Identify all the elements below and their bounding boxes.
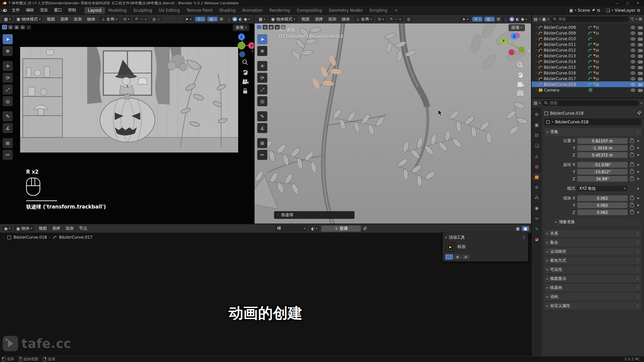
lock-icon[interactable] <box>243 88 248 94</box>
render-visibility-icon[interactable] <box>638 60 643 63</box>
properties-panel-header[interactable]: ▸ 关系 ⠿ <box>544 230 641 237</box>
copy-view-layer-icon[interactable]: ⧉ <box>637 8 640 12</box>
view-layer-selector[interactable]: ❏ ▾ ViewLayer ⧉ <box>604 7 642 13</box>
animate-dot-icon[interactable] <box>637 212 639 213</box>
animate-dot-icon[interactable] <box>637 171 639 173</box>
operator-panel[interactable]: › 轨迹球 <box>274 211 355 219</box>
viewport-menu-item[interactable]: 添加 <box>71 16 84 23</box>
quick-toggle-icon[interactable]: ▧ <box>281 25 286 29</box>
expand-icon[interactable]: › <box>536 49 537 52</box>
animate-dot-icon[interactable] <box>637 178 639 180</box>
render-visibility-icon[interactable] <box>638 88 643 92</box>
mode-selector[interactable]: ▣物体模式▾ <box>14 16 42 22</box>
workspace-tab[interactable]: Sculpting <box>130 7 155 14</box>
overlay-node-icon[interactable]: ▣ <box>522 226 529 231</box>
workspace-tab[interactable]: Scripting <box>366 7 390 14</box>
node-menu-item[interactable]: 视图 <box>36 225 50 232</box>
lock-icon[interactable] <box>630 211 634 214</box>
render-visibility-icon[interactable] <box>638 26 643 29</box>
BézierCurve.016[interactable]: › BézierCurve.016 ▼10 <box>532 70 644 76</box>
eye-visibility-icon[interactable] <box>631 32 635 35</box>
shading-material-icon[interactable]: ◐ <box>516 17 519 21</box>
viewport-menu-item[interactable]: 添加 <box>326 16 339 23</box>
BézierCurve.018[interactable]: › BézierCurve.018 ▼13 <box>532 81 644 87</box>
lock-icon[interactable] <box>630 177 634 181</box>
shading-rendered-icon[interactable]: ◉ <box>244 17 247 21</box>
tab-object[interactable]: ■ <box>533 173 541 180</box>
shader-type-selector[interactable]: ▣物体▾ <box>14 225 34 232</box>
shading-solid-icon[interactable]: ● <box>509 17 515 21</box>
tab-object-data[interactable]: ∿ <box>533 225 541 232</box>
move-tool[interactable]: ✛ <box>3 61 13 71</box>
eye-visibility-icon[interactable] <box>631 88 635 92</box>
select-box-tool[interactable]: ➤ <box>257 34 267 44</box>
render-visibility-icon[interactable] <box>638 54 643 58</box>
outliner-display-mode-icon[interactable]: ▤ <box>534 17 537 21</box>
tab-physics[interactable]: ◉ <box>533 204 541 212</box>
properties-panel-header[interactable]: ▸ 视图显示 ⠿ <box>544 275 641 283</box>
animate-dot-icon[interactable] <box>637 164 639 166</box>
render-visibility-icon[interactable] <box>638 71 643 75</box>
transform-tool[interactable]: ◎ <box>3 96 13 106</box>
node-menu-item[interactable]: 选择 <box>50 225 63 232</box>
outliner-item-name[interactable]: BézierCurve.008 <box>544 25 587 30</box>
viewport-options-button[interactable]: 选项▾ <box>233 24 249 31</box>
BézierCurve.009[interactable]: › BézierCurve.009 ▼13 <box>532 30 644 36</box>
snap-toggle[interactable]: ∪⋯▾ <box>133 17 148 21</box>
zoom-icon[interactable] <box>242 59 249 66</box>
eye-visibility-icon[interactable] <box>631 60 635 63</box>
BézierCurve.017[interactable]: › BézierCurve.017 ▼13 <box>532 76 644 81</box>
quick-toggle-icon[interactable]: ▤ <box>20 25 25 29</box>
transform-value-field[interactable]: XYZ 欧拉▾ <box>577 186 628 191</box>
transform-value-field[interactable]: -1.3016 m▾ <box>577 145 628 151</box>
proportional-edit-toggle[interactable]: ◎ <box>405 17 412 21</box>
minimize-button[interactable]: — <box>615 1 619 5</box>
transform-value-field[interactable]: 0.45372 m▾ <box>577 152 628 158</box>
measure-tool[interactable]: ∡ <box>257 123 267 133</box>
tab-modifiers[interactable]: ⊚ <box>533 183 541 191</box>
properties-panel-header[interactable]: ▸ 着色方式 ⠿ <box>544 257 641 264</box>
camera-view-icon[interactable] <box>242 79 249 84</box>
measure-tool[interactable]: ∡ <box>3 123 13 133</box>
breadcrumb-object-name[interactable]: BézierCurve.018 <box>550 111 584 116</box>
add-workspace-button[interactable]: + <box>391 7 401 14</box>
expand-icon[interactable]: › <box>536 32 537 35</box>
overlays-dropdown[interactable]: ◍▾ <box>484 17 495 21</box>
workspace-tab[interactable]: Modeling <box>105 7 130 14</box>
box-select-tool-icon[interactable]: ➤ <box>445 242 455 252</box>
expand-icon[interactable]: › <box>536 77 537 80</box>
scale-tool[interactable]: ⤢ <box>257 84 267 95</box>
orientation-selector[interactable]: ⊥全局▾ <box>100 16 119 22</box>
select-mode-extend-button[interactable]: ▥ <box>454 254 461 259</box>
lock-icon[interactable] <box>630 163 634 167</box>
camera-view-icon[interactable] <box>517 82 524 87</box>
workspace-tab[interactable]: Layout <box>85 7 105 14</box>
lock-icon[interactable] <box>630 146 634 150</box>
properties-panel-header[interactable]: ▸ 线条画 ⠿ <box>544 284 641 292</box>
outliner-item-name[interactable]: Camera <box>544 88 587 93</box>
animate-dot-icon[interactable] <box>637 154 639 156</box>
rotate-tool[interactable]: ⟳ <box>257 73 267 83</box>
outliner-item-name[interactable]: BézierCurve.017 <box>544 76 587 81</box>
transform-tool[interactable]: ◎ <box>257 96 267 106</box>
tab-material[interactable]: ◕ <box>533 235 541 243</box>
viewport-3d[interactable]: ▦▾ ▣物体模式▾ 视图选择添加物体 ⊥全局▾ ⊙▾ ∪⋯▾ ◎ ➤▾ ✛▾ ◍… <box>254 15 531 224</box>
rotate-tool[interactable]: ⟳ <box>3 73 13 83</box>
outliner-item-name[interactable]: BézierCurve.010 <box>544 37 587 41</box>
maximize-button[interactable]: ▢ <box>626 1 629 5</box>
Camera[interactable]: › Camera ▼ <box>532 87 644 93</box>
eye-visibility-icon[interactable] <box>631 37 635 41</box>
editor-type-button[interactable]: ▦▾ <box>257 17 267 21</box>
properties-panel-header[interactable]: ▸ 可见性 ⠿ <box>544 266 641 274</box>
BézierCurve.011[interactable]: › BézierCurve.011 ▼10 <box>532 42 644 47</box>
proportional-edit-toggle[interactable]: ◎∧ <box>150 17 162 21</box>
properties-panel-header[interactable]: ▸ 动画 ⠿ <box>544 293 641 301</box>
outliner-item-name[interactable]: BézierCurve.015 <box>544 65 587 70</box>
properties-panel-header[interactable]: ▸ 集合 ⠿ <box>544 239 641 246</box>
copy-scene-icon[interactable]: ⧉ <box>597 8 600 12</box>
overlays-dropdown[interactable]: ◍▾ <box>207 17 218 21</box>
options-chevron-icon[interactable]: ▾ <box>641 102 642 105</box>
workspace-tab[interactable]: Compositing <box>293 7 325 14</box>
shader-editor[interactable]: ◉▾ ▣物体▾ 视图选择添加节点 槽▾ ◐▾ +新建 ▣ ▣ › BézierC… <box>0 224 531 356</box>
BézierCurve.012[interactable]: › BézierCurve.012 ▼10 <box>532 47 644 53</box>
